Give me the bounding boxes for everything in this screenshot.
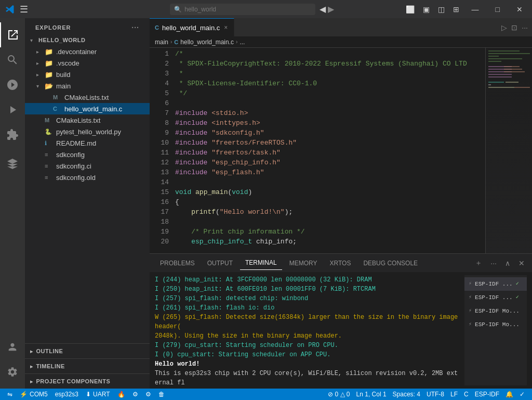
minimap-canvas	[486, 48, 532, 253]
terminal-content[interactable]: I (244) heap_init: At 3FCF0000 len 00008…	[155, 275, 459, 385]
terminal-instance-3[interactable]: ⚡ ESP-IDF Mo...	[464, 304, 527, 318]
minimap-svg	[486, 48, 532, 246]
tree-item-cmake-main[interactable]: M CMakeLists.txt	[25, 92, 150, 103]
activity-source-control[interactable]	[0, 72, 25, 97]
activity-explorer[interactable]	[0, 22, 25, 47]
panel-tab-output[interactable]: OUTPUT	[202, 256, 238, 270]
tree-item-main[interactable]: ▾ 📂 main	[25, 80, 150, 92]
terminal-instance-4[interactable]: ⚡ ESP-IDF Mo...	[464, 318, 527, 331]
line-num-13: 13	[150, 167, 169, 177]
tree-item-sdkconfig-ci[interactable]: ≡ sdkconfig.ci	[25, 160, 150, 172]
status-remote-item[interactable]: ⇋	[4, 389, 16, 400]
editor-more-icon[interactable]: ···	[522, 23, 528, 32]
tree-item-build[interactable]: ▸ 📁 build	[25, 69, 150, 80]
editor-actions: ▷ ⊡ ···	[497, 18, 532, 36]
status-right: ⊘ 0 △ 0 Ln 1, Col 1 Spaces: 4 UTF-8 LF C…	[325, 391, 528, 398]
outline-header[interactable]: ▸ OUTLINE	[25, 346, 150, 356]
tab-close-button[interactable]: ×	[223, 23, 229, 32]
minimize-button[interactable]: —	[468, 4, 483, 15]
layout-grid-icon[interactable]: ⊞	[453, 5, 459, 14]
breadcrumb-filename[interactable]: hello_world_main.c	[180, 38, 234, 46]
tree-item-devcontainer[interactable]: ▸ 📁 .devcontainer	[25, 46, 150, 57]
project-components-header[interactable]: ▸ PROJECT COMPONENTS	[25, 376, 150, 386]
tree-item-cmake-root[interactable]: M CMakeLists.txt	[25, 114, 150, 126]
panel-tab-terminal[interactable]: TERMINAL	[240, 256, 282, 270]
breadcrumb-symbol[interactable]: ...	[240, 38, 245, 46]
svg-rect-15	[488, 84, 491, 85]
line-num-19: 19	[150, 227, 169, 237]
tree-item-hello-world-main[interactable]: C hello_world_main.c	[25, 103, 150, 114]
activity-extensions[interactable]	[0, 122, 25, 147]
activity-run[interactable]	[0, 97, 25, 122]
layout-split-icon[interactable]: ◫	[438, 5, 445, 14]
title-search-input[interactable]	[170, 4, 315, 15]
status-check-item[interactable]: ✓	[516, 391, 528, 398]
tree-item-sdkconfig[interactable]: ≡ sdkconfig	[25, 149, 150, 160]
term-line-6: I (279) cpu_start: Starting scheduler on…	[155, 341, 459, 350]
status-gear3-item[interactable]: 🗑	[155, 389, 168, 400]
status-esp32s3-item[interactable]: esp32s3	[52, 389, 82, 400]
breadcrumb-main[interactable]: main	[155, 38, 168, 46]
terminal-instance-2[interactable]: ⚡ ESP-IDF ... ✓	[464, 291, 527, 304]
status-uart-item[interactable]: ⬇ UART	[83, 389, 113, 400]
tab-filename: hello_world_main.c	[162, 24, 220, 32]
term-line-1: I (244) heap_init: At 3FCF0000 len 00008…	[155, 275, 459, 285]
file-tree: ▾ HELLO_WORLD ▸ 📁 .devcontainer ▸ 📁 .vsc…	[25, 34, 150, 343]
new-terminal-button[interactable]: ＋	[473, 257, 484, 269]
activity-accounts[interactable]	[0, 334, 25, 359]
breadcrumb-sep2: ›	[236, 39, 237, 45]
layout-panels-icon[interactable]: ⬜	[406, 5, 415, 14]
status-errors-item[interactable]: ⊘ 0 △ 0	[325, 391, 353, 398]
status-com5-item[interactable]: ⚡ COM5	[17, 389, 51, 400]
svg-rect-8	[504, 69, 522, 70]
back-nav-icon[interactable]: ◀	[320, 4, 326, 14]
editor-content[interactable]: 1 2 3 4 5 6 7 8 9 10 11 12 13 14 15 16 1	[150, 48, 532, 253]
svg-rect-3	[488, 58, 522, 59]
tree-item-vscode[interactable]: ▸ 📁 .vscode	[25, 57, 150, 69]
close-button[interactable]: ✕	[512, 4, 527, 15]
vscode-label: .vscode	[56, 59, 150, 67]
status-bell-item[interactable]: 🔔	[502, 391, 516, 398]
tab-c-icon: C	[155, 24, 159, 31]
status-eol-item[interactable]: LF	[447, 391, 461, 398]
activity-esp-idf[interactable]	[0, 151, 25, 176]
terminal-close-button[interactable]: ✕	[516, 258, 527, 268]
hamburger-menu-icon[interactable]: ☰	[20, 4, 28, 15]
status-position-item[interactable]: Ln 1, Col 1	[353, 391, 390, 398]
run-debug-icon[interactable]: ▷	[501, 23, 507, 32]
code-area[interactable]: /* * SPDX-FileCopyrightText: 2010-2022 E…	[173, 48, 485, 253]
tree-item-readme[interactable]: ℹ README.md	[25, 137, 150, 149]
activity-search[interactable]	[0, 47, 25, 72]
sidebar-more-button[interactable]: ···	[131, 23, 139, 32]
terminal-more-button[interactable]: ···	[488, 258, 499, 268]
panel-tab-problems[interactable]: PROBLEMS	[155, 256, 200, 270]
tree-item-pytest[interactable]: 🐍 pytest_hello_world.py	[25, 126, 150, 137]
terminal-instance-1[interactable]: ⚡ ESP-IDF ... ✓	[464, 277, 527, 291]
split-editor-icon[interactable]: ⊡	[511, 23, 517, 32]
status-idf-fire-item[interactable]: 🔥	[114, 389, 128, 400]
status-esp-idf-version-item[interactable]: ESP-IDF	[472, 391, 502, 398]
outline-label: OUTLINE	[36, 348, 63, 354]
status-encoding-item[interactable]: UTF-8	[423, 391, 447, 398]
status-language-item[interactable]: C	[461, 391, 472, 398]
layout-sidebar-icon[interactable]: ▣	[423, 5, 430, 14]
devcontainer-folder-icon: 📁	[45, 48, 54, 56]
status-spaces-item[interactable]: Spaces: 4	[390, 391, 423, 398]
status-gear1-icon: ⚙	[132, 391, 138, 398]
forward-nav-icon[interactable]: ▶	[328, 4, 334, 14]
vscode-chevron-icon: ▸	[36, 60, 45, 66]
panel-tab-debug-console[interactable]: DEBUG CONSOLE	[358, 256, 423, 270]
status-language-label: C	[464, 391, 469, 398]
editor-tab-hello-world[interactable]: C hello_world_main.c ×	[150, 18, 234, 36]
terminal-maximize-button[interactable]: ∧	[503, 258, 512, 268]
status-gear1-item[interactable]: ⚙	[129, 389, 141, 400]
timeline-header[interactable]: ▸ TIMELINE	[25, 361, 150, 371]
tree-item-sdkconfig-old[interactable]: ≡ sdkconfig.old	[25, 172, 150, 183]
tree-root-folder[interactable]: ▾ HELLO_WORLD	[25, 34, 150, 46]
panel-tab-xrtos[interactable]: XRTOS	[325, 256, 356, 270]
panel-tab-memory[interactable]: MEMORY	[284, 256, 323, 270]
status-gear2-item[interactable]: ⚙	[142, 389, 154, 400]
line-num-15: 15	[150, 187, 169, 197]
activity-settings[interactable]	[0, 359, 25, 384]
maximize-button[interactable]: □	[491, 4, 504, 15]
